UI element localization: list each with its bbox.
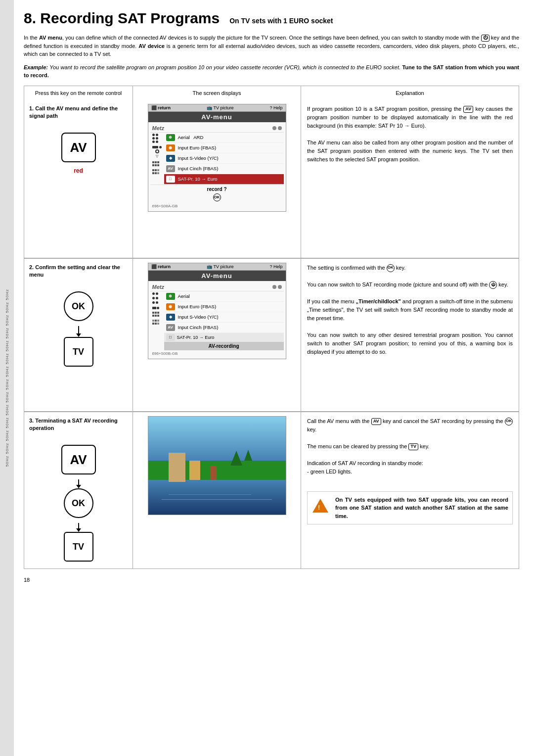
menu-item-euro: ◉ Input Euro (FBAS) <box>164 143 284 153</box>
warning-text: On TV sets equipped with two SAT upgrade… <box>335 496 508 520</box>
side-stripe-text: 50Hz 50Hz 50Hz 50Hz 50Hz 50Hz 50Hz 50Hz … <box>5 289 9 467</box>
av-inline-icon: AV <box>463 106 473 113</box>
key-group-3: AV OK TV <box>29 445 128 564</box>
col-header-screen: The screen displays <box>133 86 301 100</box>
screen-title-1: AV-menu <box>148 112 286 122</box>
cinch-icon: AV <box>166 165 175 172</box>
table-row-1: 1. Call the AV menu and define the signa… <box>24 100 519 258</box>
tv-key-button-3: TV <box>64 532 93 562</box>
screen-mockup-1: AV-menu Metz <box>148 111 286 212</box>
photo-water <box>148 480 286 514</box>
help-label: ? Help <box>269 105 282 110</box>
step-label-3: 3. Terminating a SAT AV recording operat… <box>29 417 128 432</box>
help-label-2: ? Help <box>269 264 282 269</box>
screen-code-1: 696+S08A-GB <box>150 203 284 209</box>
step-label-2: 2. Confirm the setting and clear the men… <box>29 264 128 279</box>
av-key-button: AV <box>61 133 96 162</box>
tv-inline-icon-3: TV <box>408 443 418 450</box>
screen-brand-row: Metz <box>150 124 284 133</box>
col-screen-3 <box>133 412 301 569</box>
record-box: record ? OK <box>150 185 284 203</box>
ok-key-button-3: OK <box>64 488 93 518</box>
tv-picture-label-2: 📺 TV picture <box>207 264 233 269</box>
ok-mini-icon: OK <box>213 193 221 201</box>
table-row-2: 2. Confirm the setting and clear the men… <box>24 258 519 412</box>
standby-icon: ⏻ <box>481 35 490 42</box>
sat-text: SAT-Pr. 10 → Euro <box>178 176 218 182</box>
ok-key-button: OK <box>64 291 93 321</box>
ok-inline-icon-3: OK <box>505 418 513 425</box>
col-explanation-3: Call the AV menu with the AV key and can… <box>301 412 519 569</box>
col-explanation-1: If program position 10 is a SAT program … <box>301 100 519 258</box>
red-label: red <box>74 167 83 174</box>
menu-item-aerial-2: ⊕ Aerial <box>164 291 284 302</box>
sat-text-2: SAT-Pr. 10 → Euro <box>177 335 215 340</box>
menu-item-cinch: AV Input Cinch (FBAS) <box>164 164 284 174</box>
svideo-text: Input S-Video (Y/C) <box>178 155 219 161</box>
aerial-icon-2: ⊕ <box>166 293 175 300</box>
table-row-3: 3. Terminating a SAT AV recording operat… <box>24 412 519 569</box>
return-label: ⬛ return <box>151 105 171 110</box>
aerial-text: Aerial ARD <box>178 135 204 140</box>
screen-body-2: Metz <box>148 281 286 359</box>
col-header-keys: Press this key on the remote control <box>24 86 133 100</box>
return-label-2: ⬛ return <box>151 264 171 269</box>
av-recording-label: AV-recording <box>164 342 284 350</box>
svideo-icon-2: ◈ <box>166 314 175 321</box>
col-keys-1: 1. Call the AV menu and define the signa… <box>24 100 133 258</box>
screen-topbar-2: ⬛ return 📺 TV picture ? Help <box>148 263 286 270</box>
intro-text: In the AV menu, you can define which of … <box>24 34 519 58</box>
water-ripple <box>162 499 271 500</box>
warning-box: ! On TV sets equipped with two SAT upgra… <box>307 491 513 525</box>
col-header-explanation: Explanation <box>301 86 519 100</box>
photo-building-3 <box>210 466 217 480</box>
arrow-connector-3a <box>78 479 79 485</box>
screen-content-area: ▽ <box>150 133 284 185</box>
sat-icon-2: □ <box>166 334 175 341</box>
page-subtitle: On TV sets with 1 EURO socket <box>229 17 333 25</box>
menu-item-euro-2: ◉ Input Euro (FBAS) <box>164 302 284 312</box>
screen-brand-row-2: Metz <box>150 283 284 291</box>
menu-item-svideo: ◈ Input S-Video (Y/C) <box>164 153 284 164</box>
col-keys-3: 3. Terminating a SAT AV recording operat… <box>24 412 133 569</box>
euro-text: Input Euro (FBAS) <box>178 145 217 150</box>
euro-icon-2: ◉ <box>166 303 175 310</box>
screen-code-2: 696+S00B-GB <box>150 350 284 357</box>
ok-inline-icon-1: OK <box>387 264 395 272</box>
euro-icon: ◉ <box>166 144 175 151</box>
av-key-button-3: AV <box>61 445 96 474</box>
menu-item-aerial: ⊕ Aerial ARD <box>164 133 284 143</box>
menu-item-svideo-2: ◈ Input S-Video (Y/C) <box>164 312 284 323</box>
record-label: record ? <box>152 187 282 192</box>
svideo-icon: ◈ <box>166 155 175 162</box>
table-header-row: Press this key on the remote control The… <box>24 86 519 100</box>
warning-icon: ! <box>312 497 329 515</box>
cinch-text-2: Input Cinch (FBAS) <box>178 325 219 330</box>
brand-logo: Metz <box>152 125 164 131</box>
menu-item-cinch-2: AV Input Cinch (FBAS) <box>164 323 284 333</box>
arrow-connector-1 <box>78 326 79 334</box>
standby-inline-icon: ⏻ <box>489 281 497 289</box>
photo-tree-2 <box>244 450 252 461</box>
aerial-text-2: Aerial <box>178 293 190 299</box>
key-group-2: OK TV <box>29 291 128 369</box>
av-inline-icon-3: AV <box>371 418 381 425</box>
screen-content-area-2: ⊕ Aerial ◉ Input Euro (FBAS) ◈ <box>150 291 284 350</box>
screen-topbar-1: ⬛ return 📺 TV picture ? Help <box>148 104 286 111</box>
side-stripe: 50Hz 50Hz 50Hz 50Hz 50Hz 50Hz 50Hz 50Hz … <box>0 0 14 756</box>
photo-image <box>148 416 286 515</box>
col-keys-2: 2. Confirm the setting and clear the men… <box>24 259 133 411</box>
col-screen-2: ⬛ return 📺 TV picture ? Help AV-menu Met… <box>133 259 301 411</box>
tv-key-button: TV <box>64 337 93 367</box>
instruction-table: Press this key on the remote control The… <box>24 86 519 569</box>
screen-body-1: Metz <box>148 122 286 211</box>
water-ripple-2 <box>169 494 251 495</box>
col-screen-1: ⬛ return 📺 TV picture ? Help AV-menu Met… <box>133 100 301 258</box>
screen-title-2: AV-menu <box>148 271 286 281</box>
arrow-connector-3b <box>78 523 79 529</box>
example-text: Example: You want to record the satellit… <box>24 63 519 80</box>
warning-exclamation: ! <box>318 503 320 513</box>
step-label-1: 1. Call the AV menu and define the signa… <box>29 105 128 120</box>
cinch-text: Input Cinch (FBAS) <box>178 166 219 171</box>
sat-row-2: □ SAT-Pr. 10 → Euro <box>164 333 284 342</box>
